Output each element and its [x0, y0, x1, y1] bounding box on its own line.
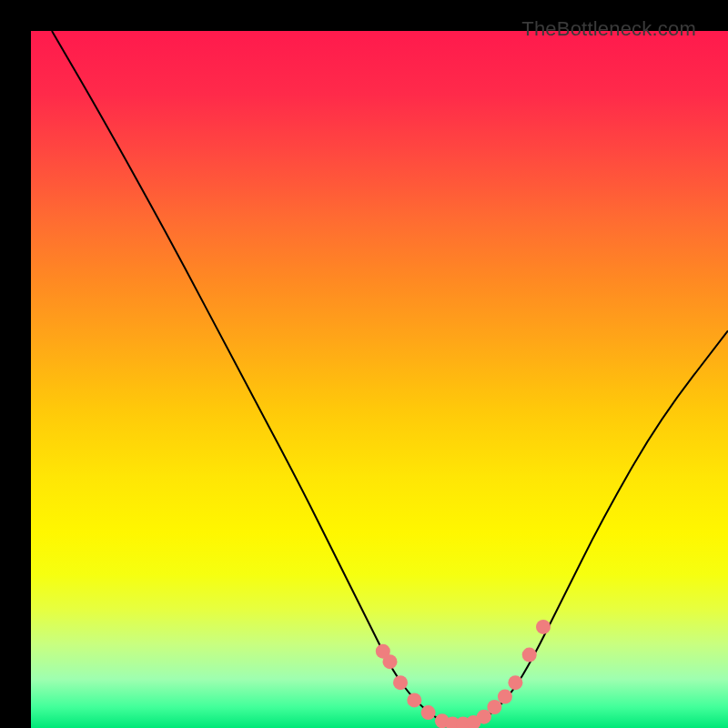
marker-dot	[487, 700, 501, 714]
marker-dot	[522, 648, 537, 662]
marker-dot	[407, 693, 421, 707]
bottleneck-curve	[52, 31, 728, 724]
marker-dot	[498, 690, 512, 704]
brand-watermark: TheBottleneck.com	[521, 17, 696, 41]
marker-dot	[421, 705, 436, 720]
marker-dot	[536, 620, 551, 634]
chart-svg	[31, 31, 728, 728]
marker-dot	[383, 654, 398, 669]
marker-dot	[508, 675, 522, 690]
marker-dot	[393, 675, 408, 690]
